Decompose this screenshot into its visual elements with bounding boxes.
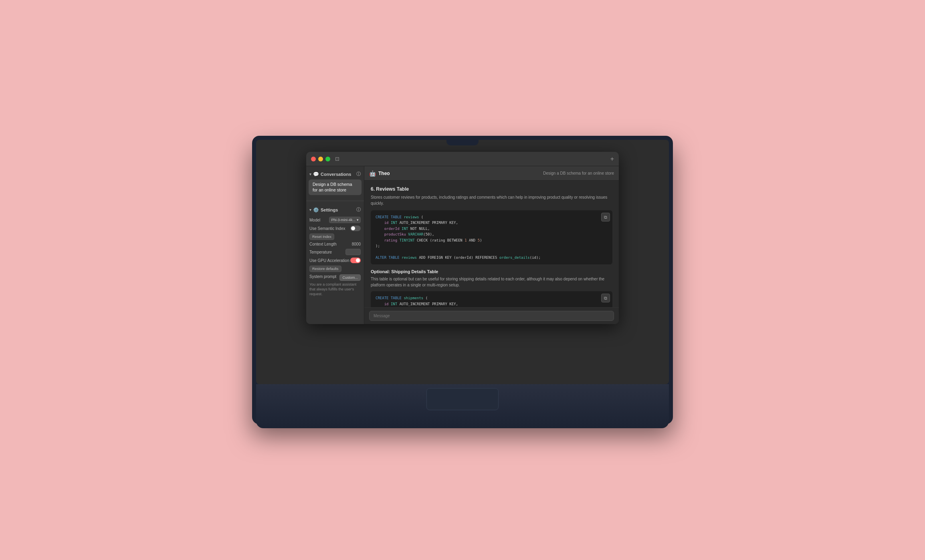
reviews-copy-button[interactable]: ⧉: [601, 213, 610, 222]
restore-defaults-button[interactable]: Restore defaults: [309, 266, 341, 272]
semantic-index-knob: [351, 226, 355, 230]
app-window: ⊡ + ▾ 💬 Conversations ⓘ Des: [306, 152, 619, 324]
context-length-label: Context Length: [309, 242, 352, 246]
conversation-item-label: Design a DB schema for an online store: [313, 182, 352, 192]
conversations-label: Conversations: [321, 172, 351, 177]
chat-content[interactable]: 6. Reviews Table Stores customer reviews…: [364, 181, 619, 307]
gpu-label: Use GPU Acceleration: [309, 258, 350, 263]
chat-input-area: [364, 307, 619, 324]
model-row: Model Phi-3-mini-4k... ▾: [309, 217, 361, 223]
title-bar: ⊡ +: [306, 152, 619, 166]
reviews-section: 6. Reviews Table Stores customer reviews…: [371, 186, 612, 264]
laptop-outer: ⊡ + ▾ 💬 Conversations ⓘ Des: [252, 136, 673, 424]
app-body: ▾ 💬 Conversations ⓘ Design a DB schema f…: [306, 166, 619, 324]
shipping-desc: This table is optional but can be useful…: [371, 276, 612, 288]
semantic-index-row: Use Semantic Index: [309, 226, 361, 231]
temperature-row: Temperature 0.8: [309, 249, 361, 255]
conversations-icon: 💬: [313, 171, 319, 177]
conversations-chevron-icon: ▾: [309, 172, 311, 176]
laptop-screen: ⊡ + ▾ 💬 Conversations ⓘ Des: [256, 140, 669, 384]
system-prompt-label: System prompt: [309, 274, 339, 279]
reviews-title: 6. Reviews Table: [371, 186, 612, 192]
laptop-base: [256, 384, 669, 428]
settings-header[interactable]: ▾ ⚙️ Settings ⓘ: [309, 205, 361, 214]
chat-main: 🤖 Theo Design a DB schema for an online …: [364, 166, 619, 324]
settings-chevron-icon: ▾: [309, 208, 311, 212]
gpu-toggle-knob: [356, 258, 360, 262]
semantic-index-toggle[interactable]: [350, 226, 361, 231]
conversations-header[interactable]: ▾ 💬 Conversations ⓘ: [306, 169, 364, 179]
chat-header-icon: 🤖: [369, 170, 376, 177]
shipping-title: Optional: Shipping Details Table: [371, 269, 612, 274]
custom-button[interactable]: Custom...: [339, 274, 361, 281]
chat-header-subtitle: Design a DB schema for an online store: [543, 171, 614, 175]
gpu-toggle[interactable]: [350, 258, 361, 263]
trackpad: [426, 388, 499, 410]
model-value: Phi-3-mini-4k...: [331, 218, 355, 222]
conversations-section: ▾ 💬 Conversations ⓘ Design a DB schema f…: [306, 166, 364, 199]
sidebar: ▾ 💬 Conversations ⓘ Design a DB schema f…: [306, 166, 364, 324]
context-length-value: 8000: [352, 242, 361, 246]
settings-info-icon[interactable]: ⓘ: [356, 207, 361, 213]
reviews-code-block: ⧉ CREATE TABLE reviews ( id INT AUTO_INC…: [371, 210, 612, 264]
context-length-row: Context Length 8000: [309, 242, 361, 246]
message-input[interactable]: [369, 311, 614, 321]
model-dropdown-icon: ▾: [357, 218, 359, 222]
system-prompt-text: You are a compliant assistant that alway…: [309, 282, 361, 296]
minimize-button[interactable]: [318, 157, 323, 161]
chat-header: 🤖 Theo Design a DB schema for an online …: [364, 166, 619, 181]
settings-section: ▾ ⚙️ Settings ⓘ Model Phi-3-mini-4k... ▾: [306, 203, 364, 299]
temperature-label: Temperature: [309, 250, 345, 254]
reset-index-button[interactable]: Reset Index: [309, 234, 334, 240]
shipments-copy-button[interactable]: ⧉: [601, 294, 610, 302]
model-label: Model: [309, 218, 329, 222]
conversation-item[interactable]: Design a DB schema for an online store: [309, 179, 362, 195]
new-chat-button[interactable]: +: [610, 155, 614, 163]
sidebar-toggle-icon[interactable]: ⊡: [335, 156, 339, 162]
shipping-section: Optional: Shipping Details Table This ta…: [371, 269, 612, 307]
shipments-code-block: ⧉ CREATE TABLE shipments ( id INT AUTO_I…: [371, 291, 612, 307]
traffic-lights: [311, 157, 330, 161]
close-button[interactable]: [311, 157, 316, 161]
conversations-info-icon[interactable]: ⓘ: [356, 171, 361, 177]
settings-label: Settings: [321, 207, 338, 212]
gpu-acceleration-row: Use GPU Acceleration: [309, 258, 361, 263]
temperature-input[interactable]: 0.8: [345, 249, 361, 255]
reviews-desc: Stores customer reviews for products, in…: [371, 194, 612, 206]
chat-header-title: Theo: [378, 171, 390, 176]
settings-gear-icon: ⚙️: [313, 207, 319, 213]
sidebar-divider: [306, 201, 364, 201]
system-prompt-row: System prompt Custom...: [309, 274, 361, 281]
maximize-button[interactable]: [325, 157, 330, 161]
laptop-notch: [446, 140, 479, 145]
semantic-index-label: Use Semantic Index: [309, 226, 350, 231]
model-select[interactable]: Phi-3-mini-4k... ▾: [329, 217, 361, 223]
